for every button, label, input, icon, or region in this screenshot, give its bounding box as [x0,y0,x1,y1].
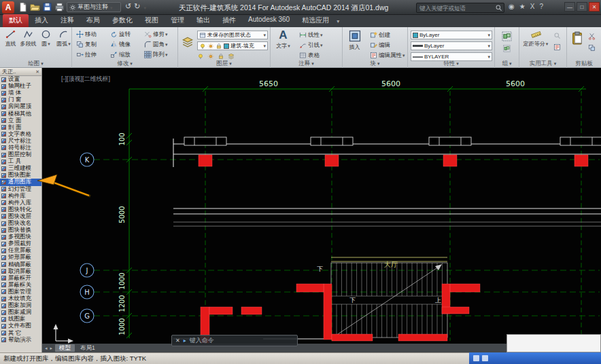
status-bar: 新建或打开图库，编辑图库内容，插入图块: TYTK [0,352,469,364]
favorites-icon[interactable]: ★ [519,3,526,10]
drawing-canvas[interactable]: [-][顶视][二维线框] [42,68,601,344]
panel-layers: 未保存的图层状态 建筑-填充 图层 [178,27,271,68]
circle-button[interactable]: 圆 [37,29,54,48]
panel-annotate: A 文字 线性 引线 表格 注释 [271,27,343,68]
layer-off-icon[interactable] [197,53,204,60]
layout-tab[interactable]: 模型 [55,344,75,352]
sidebar-close-icon[interactable]: ✕ [35,69,39,75]
autocad-app-menu-button[interactable]: A [2,1,14,14]
redo-icon[interactable]: ↻ [134,2,140,11]
save-icon[interactable] [42,2,52,12]
viewport-controls[interactable]: [-][顶视][二维线框] [61,75,110,82]
mirror-button[interactable]: 镜像 [110,40,131,49]
panel-label-groups[interactable]: 组 [495,60,519,68]
taskbar-icon[interactable] [473,355,479,361]
scale-button[interactable]: 缩放 [110,50,131,59]
calculator-icon[interactable] [553,43,561,51]
layer-state-dropdown[interactable]: 未保存的图层状态 [197,31,268,39]
ribbon-tabs: 默认插入注释布局参数化视图管理输出插件Autodesk 360精选应用 [3,14,335,27]
panel-label-layers[interactable]: 图层 [178,60,270,68]
sign-in-icon[interactable]: ◉ [509,3,515,10]
layer-isolate-icon[interactable] [207,53,214,60]
close-button[interactable]: ✕ [589,2,600,12]
sidebar-item[interactable]: 帮助演示 [0,337,41,344]
sidebar-header[interactable]: 天正.. ✕ [0,68,41,76]
ribbon-tab[interactable]: 默认 [3,14,29,27]
taskbar-icon[interactable] [482,355,488,361]
ribbon-tab[interactable]: 布局 [80,14,106,27]
help-icon[interactable]: ? [539,3,543,10]
command-prompt-text[interactable]: 键入命令 [190,336,214,345]
ribbon-tab[interactable]: 精选应用 [296,14,335,27]
stretch-button[interactable]: 拉伸 [76,50,97,59]
ungroup-icon[interactable] [503,45,511,52]
stair-down-label: 下 [349,297,356,304]
palette-item-icon [1,214,6,219]
panel-label-annotate[interactable]: 注释 [271,60,342,68]
panel-label-properties[interactable]: 特性 [408,60,494,68]
rotate-button[interactable]: 旋转 [110,30,131,39]
leader-button[interactable]: 引线 [299,41,323,50]
paste-icon[interactable] [570,30,584,46]
ribbon-tab[interactable]: 参数化 [106,14,139,27]
panel-label-utilities[interactable]: 实用工具 [519,60,566,68]
copy-button[interactable]: 复制 [76,40,97,49]
object-color-dropdown[interactable]: ByLayer [411,31,492,39]
group-icon[interactable] [502,31,512,41]
layer-tools-icon[interactable] [228,53,235,60]
layout-tab[interactable]: 布局1 [76,344,99,352]
workspace-dropdown[interactable]: 草图与注释 [67,2,121,12]
lineweight-sample [413,45,423,47]
polyline-button[interactable]: 多段线 [20,29,37,48]
text-button[interactable]: A 文字 [275,29,292,50]
ribbon-tab[interactable]: 注释 [54,14,80,27]
array-button[interactable]: 阵列 [144,50,168,59]
layer-properties-icon[interactable] [182,36,194,48]
measure-button[interactable]: 定距等分 [521,29,551,48]
insert-block-button[interactable]: 插入 [346,29,363,51]
line-button[interactable]: 直线 [2,29,19,48]
windows-taskbar[interactable] [469,352,601,364]
panel-label-block[interactable]: 块 [343,60,407,68]
new-file-icon[interactable] [18,2,28,12]
copy-clip-icon[interactable] [588,44,596,52]
undo-icon[interactable]: ↺ [125,2,131,11]
move-button[interactable]: 移动 [76,30,97,39]
ribbon-tab[interactable]: Autodesk 360 [242,14,296,27]
exchange-apps-icon[interactable]: X [530,3,535,10]
layer-lock-icon[interactable] [218,53,224,60]
tab-nav-left-icon[interactable]: ◂ [45,346,48,351]
fillet-button[interactable]: 圆角 [144,40,168,49]
lightbulb-icon [199,43,206,50]
trim-button[interactable]: 修剪 [144,30,168,39]
cut-icon[interactable] [588,33,596,40]
command-close-icon[interactable]: ✕ [175,338,180,344]
search-input[interactable] [418,4,495,12]
ribbon-tab[interactable]: 插入 [29,14,54,27]
search-icon[interactable] [495,4,502,12]
panel-label-clipboard[interactable]: 剪贴板 [567,60,601,68]
quick-select-icon[interactable] [553,32,561,39]
lineweight-dropdown[interactable]: ByLayer [411,41,492,50]
arc-button[interactable]: 圆弧 [55,29,72,48]
open-file-icon[interactable] [30,2,40,12]
maximize-button[interactable]: □ [577,2,587,12]
create-block-button[interactable]: 创建 [370,31,390,39]
qat-customize-icon[interactable] [143,3,146,11]
ribbon-tab[interactable]: 视图 [139,14,165,27]
edit-attributes-button[interactable]: 编辑属性 [370,51,405,60]
table-button[interactable]: 表格 [299,51,320,60]
layer-dropdown[interactable]: 建筑-填充 [197,41,268,50]
ribbon-tab[interactable]: 输出 [190,14,216,27]
ribbon-tab[interactable]: 插件 [216,14,242,27]
command-line-bar[interactable]: ✕ ▸ 键入命令 [171,335,298,346]
plot-icon[interactable] [54,2,65,12]
panel-label-draw[interactable]: 绘图 [0,60,71,68]
linear-dimension-button[interactable]: 线性 [299,31,323,39]
tab-overflow-icon[interactable]: ▾ [335,18,342,27]
tab-nav-right-icon[interactable]: ▸ [50,346,53,351]
edit-block-button[interactable]: 编辑 [370,41,390,50]
ribbon-tab[interactable]: 管理 [165,14,190,27]
minimize-button[interactable]: — [564,2,575,12]
panel-label-modify[interactable]: 修改 [72,60,177,68]
